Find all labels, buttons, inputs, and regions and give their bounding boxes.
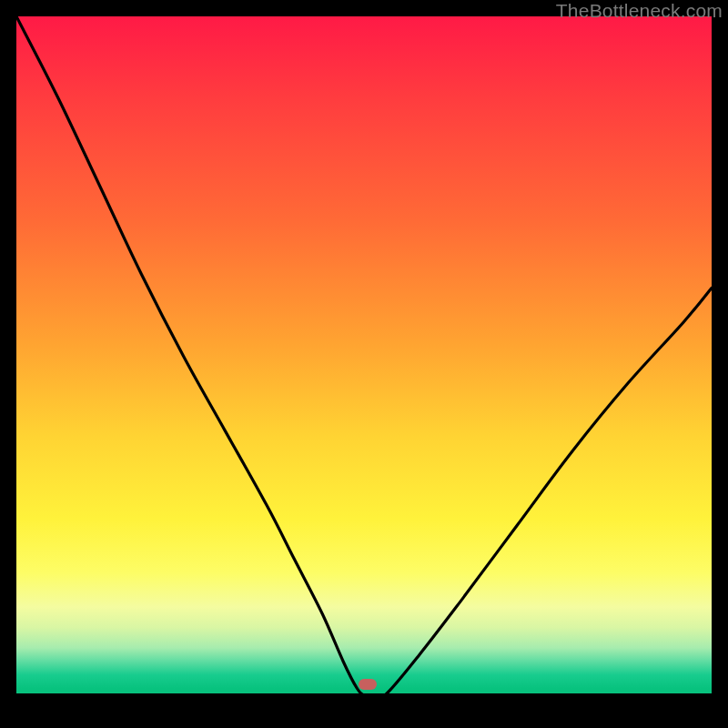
watermark-text: TheBottleneck.com bbox=[556, 0, 723, 22]
chart-stage: TheBottleneck.com bbox=[0, 0, 728, 728]
curve-path bbox=[16, 16, 712, 695]
optimum-marker bbox=[359, 679, 377, 690]
bottleneck-curve bbox=[16, 16, 712, 695]
plot-area bbox=[16, 16, 712, 695]
